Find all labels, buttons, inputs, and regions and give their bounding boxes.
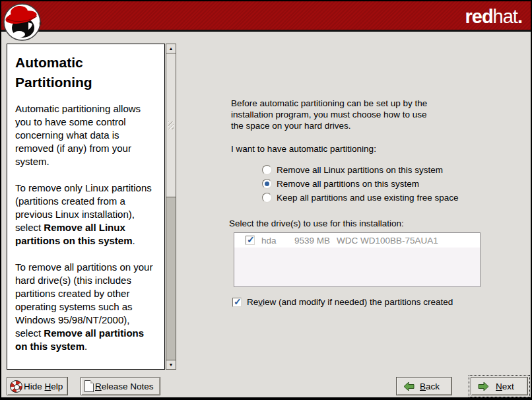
radio-label: Remove all partitions on this system <box>277 179 419 189</box>
review-partitions-checkbox-row[interactable]: Review (and modify if needed) the partit… <box>232 297 453 307</box>
radio-button-icon[interactable] <box>262 179 272 189</box>
trademark-symbol: ® <box>39 22 42 26</box>
drive-checkbox-icon[interactable] <box>246 236 255 245</box>
header-banner: redhat. <box>1 1 531 32</box>
next-arrow-icon <box>478 382 489 391</box>
radio-label: Remove all Linux partitions on this syst… <box>277 165 443 175</box>
radio-remove-all-partitions[interactable]: Remove all partitions on this system <box>262 177 458 191</box>
help-title: Automatic Partitioning <box>15 53 157 93</box>
intro-text: Before automatic partitioning can be set… <box>231 98 455 131</box>
scrollbar-thumb[interactable] <box>166 53 176 197</box>
review-checkbox-icon[interactable] <box>232 298 242 307</box>
radio-keep-all-partitions[interactable]: Keep all partitions and use existing fre… <box>262 191 458 205</box>
next-button[interactable]: Next <box>471 377 528 395</box>
brand-red: red <box>465 6 492 27</box>
release-notes-button[interactable]: Release Notes <box>81 377 160 395</box>
drive-name: hda <box>261 236 289 246</box>
drive-row-hda[interactable]: hda 9539 MB WDC WD100BB-75AUA1 <box>234 233 480 248</box>
document-icon <box>84 380 94 392</box>
radio-label: Keep all partitions and use existing fre… <box>277 193 458 203</box>
help-scrollbar[interactable]: ▲ ▼ <box>166 44 176 370</box>
next-label: Next <box>489 382 521 391</box>
brand-dot: . <box>517 6 522 27</box>
review-label: Review (and modify if needed) the partit… <box>247 297 453 307</box>
back-label: Back <box>415 382 445 391</box>
drive-size: 9539 MB <box>289 236 330 246</box>
partitioning-radio-group: Remove all Linux partitions on this syst… <box>262 163 458 205</box>
partitioning-prompt: I want to have automatic partitioning: <box>231 144 376 154</box>
radio-button-icon[interactable] <box>262 193 272 203</box>
help-lifering-icon <box>10 380 22 393</box>
redhat-shadowman-logo-icon <box>3 3 41 41</box>
redhat-wordmark: redhat. <box>465 6 522 28</box>
scroll-up-icon[interactable]: ▲ <box>166 44 176 53</box>
release-notes-label: Release Notes <box>95 382 154 391</box>
scroll-down-icon[interactable]: ▼ <box>166 360 176 370</box>
radio-button-icon[interactable] <box>262 165 272 175</box>
installer-window: redhat. ® Automatic Partitioning Automat… <box>0 0 532 400</box>
back-button[interactable]: Back <box>396 377 452 395</box>
hide-help-button[interactable]: Hide Help <box>7 377 68 395</box>
back-arrow-icon <box>403 382 415 391</box>
drive-model: WDC WD100BB-75AUA1 <box>337 236 438 246</box>
drive-select-label: Select the drive(s) to use for this inst… <box>229 218 404 228</box>
help-paragraph-2: To remove only Linux partitions (partiti… <box>15 182 157 248</box>
hide-help-label: Hide Help <box>24 382 63 391</box>
drive-list[interactable]: hda 9539 MB WDC WD100BB-75AUA1 <box>234 232 481 287</box>
help-panel: Automatic Partitioning Automatic partiti… <box>7 44 165 370</box>
help-paragraph-3: To remove all partitions on your hard dr… <box>15 261 157 353</box>
help-paragraph-1: Automatic partitioning allows you to hav… <box>15 102 157 168</box>
radio-remove-linux-partitions[interactable]: Remove all Linux partitions on this syst… <box>262 163 458 177</box>
brand-hat: hat <box>493 6 517 27</box>
scrollbar-trough[interactable] <box>166 197 176 360</box>
